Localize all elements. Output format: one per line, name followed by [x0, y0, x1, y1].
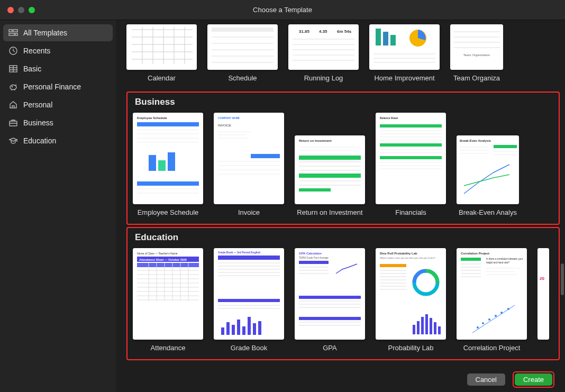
svg-rect-178	[434, 322, 436, 334]
section-business: Business Employee Schedule Employee Sche…	[126, 92, 560, 225]
svg-text:Grade Book — 3rd Period Englis: Grade Book — 3rd Period English	[218, 251, 260, 254]
sidebar-item-personal[interactable]: Personal	[3, 96, 113, 113]
svg-rect-113	[137, 263, 199, 267]
template-return-on-investment[interactable]: Return on Investment Return on Investmen…	[295, 113, 365, 216]
minimize-window-button[interactable]	[18, 7, 24, 13]
template-label: Calendar	[148, 74, 176, 82]
svg-rect-145	[253, 323, 256, 335]
gradcap-icon	[8, 136, 18, 145]
sidebar-item-label: Business	[23, 118, 53, 127]
template-label: Return on Investment	[297, 208, 362, 216]
sidebar-item-label: All Templates	[23, 29, 67, 37]
cancel-button[interactable]: Cancel	[467, 373, 505, 386]
sidebar: All Templates Recents Basic Personal Fin…	[0, 20, 116, 392]
svg-rect-0	[9, 30, 12, 32]
template-row: Name of Class — Teacher's NameAttendance…	[133, 248, 559, 352]
briefcase-icon	[8, 118, 18, 127]
sidebar-item-all-templates[interactable]: All Templates	[3, 24, 113, 41]
template-invoice[interactable]: COMPANY NAMEINVOICE Invoice	[214, 113, 284, 216]
template-team-organization[interactable]: Team Organization Team Organiza	[450, 24, 503, 82]
close-window-button[interactable]	[7, 7, 14, 13]
svg-rect-38	[376, 29, 381, 45]
svg-text:Employee Schedule: Employee Schedule	[137, 116, 167, 120]
template-thumbnail	[369, 24, 440, 70]
svg-text:6m 54s: 6m 54s	[337, 29, 352, 34]
svg-text:4.35: 4.35	[319, 29, 327, 34]
template-gpa[interactable]: GPA CalculatorTERM Grade Point Average G…	[295, 248, 365, 352]
svg-rect-140	[226, 322, 230, 335]
section-title: Education	[135, 232, 559, 243]
template-label: Invoice	[238, 208, 260, 216]
template-label: Home Improvement	[374, 74, 434, 82]
template-gallery: Calendar Schedule 31.854.356m 54s Runnin…	[116, 20, 565, 392]
svg-rect-61	[137, 181, 199, 186]
template-break-even-analysis[interactable]: Break-Even Analysis Break-Even Analys	[457, 113, 519, 216]
svg-point-195	[488, 318, 490, 321]
template-thumbnail	[126, 24, 197, 70]
sidebar-item-business[interactable]: Business	[3, 114, 113, 131]
window-controls	[0, 7, 35, 13]
template-thumbnail: COMPANY NAMEINVOICE	[214, 113, 284, 204]
sidebar-item-basic[interactable]: Basic	[3, 60, 113, 77]
template-thumbnail: Employee Schedule	[133, 113, 203, 204]
svg-text:TERM Grade Point Average: TERM Grade Point Average	[299, 257, 329, 259]
svg-rect-40	[390, 35, 396, 45]
template-row: Calendar Schedule 31.854.356m 54s Runnin…	[126, 24, 565, 82]
svg-rect-75	[295, 135, 365, 204]
svg-rect-176	[425, 314, 428, 334]
template-thumbnail: Name of Class — Teacher's NameAttendance…	[133, 248, 203, 340]
template-running-log[interactable]: 31.854.356m 54s Running Log	[288, 24, 359, 82]
maximize-window-button[interactable]	[29, 7, 35, 13]
template-thumbnail: GPA CalculatorTERM Grade Point Average	[295, 248, 365, 340]
svg-rect-174	[417, 321, 420, 334]
window-title: Choose a Template	[0, 6, 565, 14]
sidebar-item-label: Basic	[23, 65, 41, 73]
sidebar-item-recents[interactable]: Recents	[3, 42, 113, 59]
template-employee-schedule[interactable]: Employee Schedule Employee Schedule	[133, 113, 203, 216]
sidebar-item-label: Personal Finance	[23, 83, 81, 91]
svg-rect-136	[218, 299, 280, 302]
template-schedule[interactable]: Schedule	[207, 24, 278, 82]
sidebar-item-label: Personal	[23, 101, 52, 109]
template-financials[interactable]: Balance Sheet Financials	[376, 113, 446, 216]
svg-rect-106	[494, 145, 517, 148]
svg-rect-182	[461, 258, 481, 261]
sidebar-item-education[interactable]: Education	[3, 132, 113, 149]
sidebar-item-label: Education	[23, 136, 56, 145]
svg-text:Which numbers come up most whe: Which numbers come up most when you roll…	[380, 257, 436, 259]
svg-rect-97	[380, 156, 442, 159]
section-title: Business	[135, 97, 559, 107]
svg-rect-39	[383, 32, 388, 45]
svg-rect-59	[158, 160, 166, 171]
svg-rect-70	[251, 154, 280, 158]
grid-icon	[8, 28, 18, 38]
svg-text:Team Organization: Team Organization	[463, 53, 490, 57]
svg-rect-143	[242, 326, 245, 335]
template-label: Employee Schedule	[138, 208, 199, 216]
svg-rect-139	[221, 327, 224, 335]
svg-rect-164	[380, 264, 406, 267]
template-thumbnail: Break-Even Analysis	[457, 135, 519, 204]
titlebar: Choose a Template	[0, 0, 565, 20]
template-attendance[interactable]: Name of Class — Teacher's NameAttendance…	[133, 248, 203, 352]
svg-rect-200	[537, 248, 549, 340]
create-button[interactable]: Create	[515, 373, 552, 386]
template-grade-book[interactable]: Grade Book — 3rd Period English Grade Bo…	[214, 248, 284, 352]
svg-rect-130	[218, 256, 280, 260]
template-extra-partial[interactable]: 20	[537, 248, 549, 352]
template-thumbnail: Team Organization	[450, 24, 503, 70]
template-calendar[interactable]: Calendar	[126, 24, 197, 82]
template-thumbnail: Correlation ProjectIs there a correlatio…	[457, 248, 527, 340]
scrollbar-thumb[interactable]	[561, 263, 564, 295]
svg-rect-2	[9, 33, 14, 35]
sidebar-item-personal-finance[interactable]: Personal Finance	[3, 78, 113, 95]
template-home-improvement[interactable]: Home Improvement	[369, 24, 440, 82]
svg-rect-79	[299, 156, 361, 160]
svg-rect-1	[13, 30, 17, 32]
svg-text:GPA Calculator: GPA Calculator	[299, 252, 322, 255]
template-label: Grade Book	[231, 344, 267, 352]
svg-rect-175	[421, 317, 424, 334]
template-correlation-project[interactable]: Correlation ProjectIs there a correlatio…	[457, 248, 527, 352]
template-probability-lab[interactable]: Dice Roll Probability LabWhich numbers c…	[376, 248, 446, 352]
template-thumbnail: Return on Investment	[295, 135, 365, 204]
